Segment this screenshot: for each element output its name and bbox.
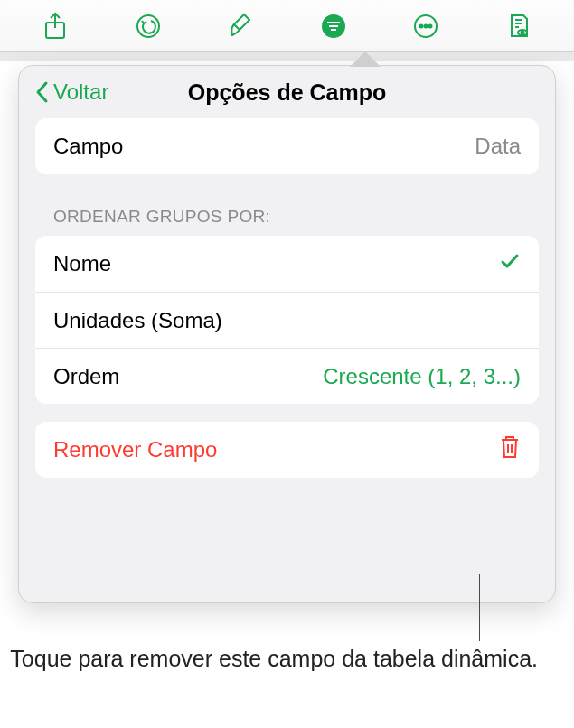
sort-options-card: Nome Unidades (Soma) Ordem Crescente (1,… xyxy=(35,236,539,404)
document-view-button[interactable] xyxy=(499,6,539,46)
format-brush-button[interactable] xyxy=(221,6,260,46)
back-label: Voltar xyxy=(53,79,108,105)
ellipsis-circle-icon xyxy=(412,13,439,40)
field-value: Data xyxy=(475,134,521,159)
organize-button[interactable] xyxy=(314,6,353,46)
svg-rect-3 xyxy=(327,22,340,23)
sort-section-header: ORDENAR GRUPOS POR: xyxy=(35,174,539,236)
remove-field-label: Remover Campo xyxy=(53,437,217,462)
sort-option-label: Nome xyxy=(53,251,111,276)
paintbrush-icon xyxy=(228,12,253,41)
svg-point-8 xyxy=(425,24,428,27)
back-button[interactable]: Voltar xyxy=(35,79,108,105)
callout-line xyxy=(479,574,480,641)
svg-point-9 xyxy=(429,24,432,27)
sort-order-row[interactable]: Ordem Crescente (1, 2, 3...) xyxy=(35,348,539,404)
chevron-left-icon xyxy=(35,80,50,104)
sort-order-label: Ordem xyxy=(53,364,119,389)
sort-order-value: Crescente (1, 2, 3...) xyxy=(323,364,521,389)
sort-option-unidades[interactable]: Unidades (Soma) xyxy=(35,292,539,348)
popover-body: Campo Data ORDENAR GRUPOS POR: Nome Unid… xyxy=(19,118,555,494)
trash-icon xyxy=(499,434,521,465)
sort-option-label: Unidades (Soma) xyxy=(53,308,222,333)
document-eye-icon xyxy=(507,13,531,40)
remove-field-card: Remover Campo xyxy=(35,422,539,478)
content-background xyxy=(0,52,574,61)
field-row[interactable]: Campo Data xyxy=(35,118,539,174)
callout-text: Toque para remover este campo da tabela … xyxy=(0,645,538,673)
field-card: Campo Data xyxy=(35,118,539,174)
toolbar xyxy=(0,0,574,52)
undo-button[interactable] xyxy=(128,6,168,46)
popover-arrow xyxy=(351,52,380,67)
sort-option-nome[interactable]: Nome xyxy=(35,236,539,292)
svg-point-7 xyxy=(420,24,423,27)
svg-point-11 xyxy=(521,31,523,33)
more-button[interactable] xyxy=(406,6,446,46)
field-label: Campo xyxy=(53,134,123,159)
svg-rect-5 xyxy=(331,29,336,31)
svg-rect-4 xyxy=(329,25,338,27)
popover-header: Voltar Opções de Campo xyxy=(19,66,555,118)
share-button[interactable] xyxy=(35,6,75,46)
field-options-popover: Voltar Opções de Campo Campo Data ORDENA… xyxy=(18,65,556,603)
checkmark-icon xyxy=(499,250,521,277)
remove-field-button[interactable]: Remover Campo xyxy=(35,422,539,478)
share-icon xyxy=(43,12,67,41)
undo-icon xyxy=(135,13,162,40)
organize-icon xyxy=(320,13,347,40)
